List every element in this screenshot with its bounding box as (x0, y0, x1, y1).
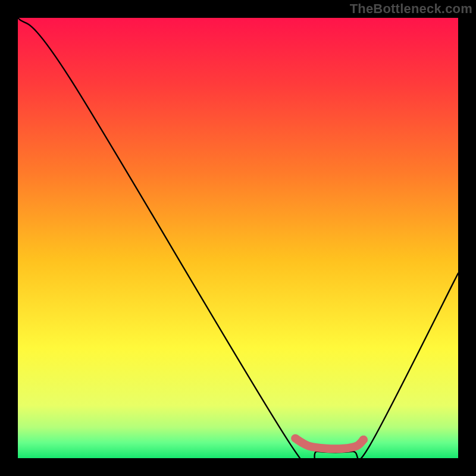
optimal-zone-end-dot (359, 436, 368, 444)
watermark-text: TheBottleneck.com (350, 1, 472, 17)
bottleneck-chart (0, 0, 476, 476)
plot-background (18, 18, 458, 458)
chart-stage: TheBottleneck.com (0, 0, 476, 476)
